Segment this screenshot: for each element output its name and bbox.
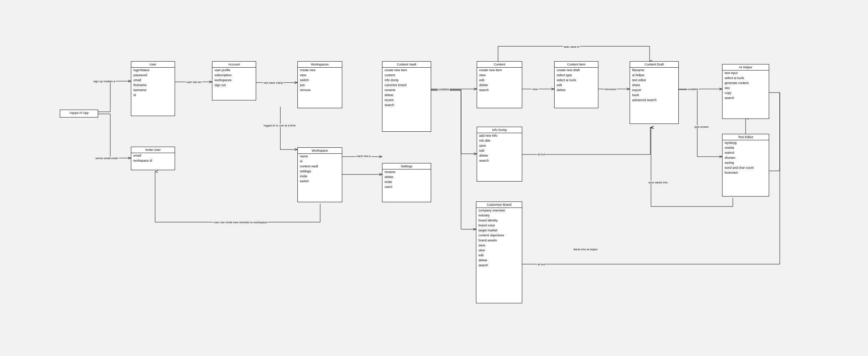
entity-title: Settings	[382, 163, 431, 169]
entity-workspaces: Workspacescreate newviewswitchjoinremove	[297, 61, 342, 108]
entity-attr: email	[131, 153, 175, 158]
entity-title: Content Vault	[382, 62, 431, 68]
edge-label: becomes	[604, 88, 617, 91]
entity-attr: rename	[382, 169, 431, 174]
entity-attr: share	[630, 83, 678, 88]
entity-attr: delete	[477, 83, 522, 88]
entity-attr: company overview	[476, 208, 522, 213]
entity-attr: id	[298, 159, 342, 164]
entity-attr: seo	[723, 85, 769, 90]
entity-attr: delete	[382, 174, 431, 179]
edge-label: sign up creates a	[93, 80, 116, 83]
entity-attr: view	[477, 73, 522, 78]
entity-infodump: Info Dumpadd new infoinfo titlesaveeditd…	[477, 127, 522, 182]
edge-label: feeds into ai helper	[573, 248, 598, 251]
edge	[431, 90, 476, 229]
edge	[679, 90, 722, 157]
entity-title: Content	[477, 62, 522, 68]
edge	[98, 114, 131, 158]
entity-attr: select type	[555, 73, 598, 78]
edge-label: new	[532, 88, 539, 91]
entity-attr: rewrite	[723, 145, 769, 150]
entity-attr: add new info	[477, 133, 522, 138]
entity-attr: view	[298, 73, 342, 78]
entity-attr: rename	[382, 88, 431, 93]
entity-app: Aqoya AI App	[60, 110, 98, 117]
entity-attr: word and char count	[723, 165, 769, 170]
entity-attr: text editor	[630, 78, 678, 83]
entity-attr: subscription	[212, 73, 256, 78]
entity-title: Workspaces	[298, 62, 342, 68]
entity-user: UserloginStatuspasswordemailfirstnamelas…	[131, 61, 175, 116]
entity-attr: shorten	[723, 155, 769, 160]
entity-attr: info dump	[382, 78, 431, 83]
entity-title: Aqoya AI App	[60, 110, 98, 116]
entity-attr: email	[131, 78, 175, 83]
entity-attr: brand assets	[476, 238, 522, 243]
diagram-canvas: Aqoya AI AppUserloginStatuspasswordemail…	[0, 0, 868, 356]
entity-attr: text input	[723, 70, 769, 75]
entity-attr: export	[630, 88, 678, 93]
edge	[651, 127, 733, 206]
edge	[431, 90, 477, 154]
entity-attr: footnotes	[723, 170, 769, 175]
entity-item: Content Itemcreate new draftselect types…	[554, 61, 598, 108]
entity-title: Workspace	[298, 148, 342, 154]
entity-attr: search	[723, 95, 769, 100]
entity-title: Content Draft	[630, 62, 678, 68]
entity-attr: advanced search	[630, 98, 678, 103]
entity-title: Customize Brand	[476, 202, 522, 208]
entity-attr: lastname	[131, 88, 175, 93]
entity-attr: join	[298, 83, 342, 88]
entity-title: Info Dump	[477, 127, 522, 133]
entity-attr: recent	[382, 98, 431, 103]
edge	[155, 172, 320, 222]
entity-attr: invite	[298, 174, 342, 179]
entity-attr: name	[298, 154, 342, 159]
entity-attr: switch	[298, 179, 342, 184]
entity-attr: delete	[476, 258, 522, 263]
entity-aihelper: AI Helpertext inputselect ai toolsgenera…	[722, 64, 769, 119]
entity-title: User	[131, 62, 175, 68]
entity-attr: edit	[477, 78, 522, 83]
entity-attr: search	[477, 88, 522, 93]
entity-attr: extend	[723, 150, 769, 155]
entity-attr: info title	[477, 138, 522, 143]
entity-attr: content objectives	[476, 233, 522, 238]
entity-attr: firstname	[131, 83, 175, 88]
entity-attr: content	[382, 73, 431, 78]
edge-label: sends email invite	[95, 157, 119, 160]
entity-attr: id	[131, 93, 175, 98]
entity-attr: loginStatus	[131, 68, 175, 73]
entity-title: Invite User	[131, 147, 175, 153]
entity-attr: wysiwyg	[723, 140, 769, 145]
entity-attr: copy	[723, 90, 769, 95]
entity-attr: select ai tools	[555, 78, 598, 83]
entity-attr: settings	[298, 169, 342, 174]
entity-attr: delete	[555, 88, 598, 93]
entity-title: Text Editor	[723, 134, 769, 140]
entity-attr: users	[382, 184, 431, 189]
entity-attr: create new item	[477, 68, 522, 73]
entity-attr: remove	[298, 88, 342, 93]
entity-attr: workspace id	[131, 158, 175, 163]
edge-label: ai tool	[537, 153, 546, 156]
entity-attr: delete	[477, 153, 522, 158]
edge-label: each has a	[356, 155, 371, 158]
entity-attr: search	[477, 158, 522, 163]
edge-label: user has an	[186, 80, 202, 84]
entity-attr: industry	[476, 213, 522, 218]
entity-vault: Content Vaultcreate new itemcontentinfo …	[382, 61, 431, 132]
entity-content: Contentcreate new itemvieweditdeletesear…	[477, 61, 522, 108]
edge-label: auto save in	[563, 45, 580, 48]
entity-attr: create new draft	[555, 68, 598, 73]
entity-attr: content vault	[298, 164, 342, 169]
entity-texteditor: Text Editorwysiwygrewriteextendshortensa…	[722, 134, 769, 197]
entity-attr: target market	[476, 228, 522, 233]
entity-brand: Customize Brandcompany overviewindustryb…	[476, 201, 522, 303]
entity-attr: save	[476, 243, 522, 248]
edge-label: logged in to one at a time	[263, 124, 296, 127]
entity-settings: Settingsrenamedeleteinviteusers	[382, 163, 431, 202]
entity-attr: create new item	[382, 68, 431, 73]
entity-attr: edit	[477, 148, 522, 153]
